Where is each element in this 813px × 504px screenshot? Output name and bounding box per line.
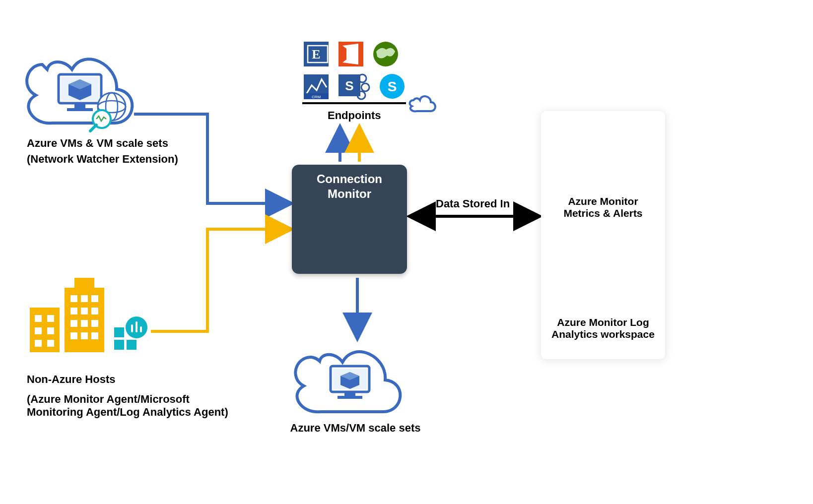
svg-point-9 [93,110,111,128]
svg-point-8 [106,93,118,121]
svg-rect-28 [91,320,98,327]
cloud-icon [410,96,435,111]
svg-rect-27 [81,320,88,327]
svg-rect-31 [91,332,98,339]
svg-marker-3 [68,79,91,89]
svg-rect-25 [91,308,98,315]
svg-rect-64 [338,396,362,399]
svg-rect-15 [47,315,54,322]
svg-point-6 [98,93,126,121]
cloud-vm-icon [295,352,400,412]
network-watcher-icon [90,93,126,131]
svg-text:S: S [388,79,397,94]
connection-monitor-box: Connection Monitor [292,165,407,274]
office-icon [339,42,363,66]
dynamics-crm-icon: CRM [304,74,329,99]
svg-rect-47 [339,74,360,96]
svg-rect-29 [70,332,77,339]
globe-icon [373,42,398,66]
svg-marker-61 [340,372,359,389]
svg-rect-63 [344,392,355,396]
svg-rect-39 [304,42,329,66]
azure-vms-bottom-label: Azure VMs/VM scale sets [281,422,430,435]
svg-line-10 [90,125,96,131]
svg-rect-23 [70,308,77,315]
data-stored-in-label: Data Stored In [436,197,510,210]
exchange-icon: E [304,42,329,66]
non-azure-label-line2: (Azure Monitor Agent/Microsoft Monitorin… [27,393,235,419]
buildings-icon [30,278,104,352]
svg-point-49 [358,74,366,82]
svg-rect-44 [304,74,329,99]
svg-text:CRM: CRM [312,95,321,99]
svg-rect-4 [74,103,85,108]
svg-rect-60 [333,369,367,389]
sharepoint-icon: S [339,74,369,99]
svg-point-35 [126,316,147,338]
svg-text:S: S [345,78,353,93]
cloud-vm-icon [27,59,132,123]
svg-point-51 [357,91,365,99]
svg-rect-42 [339,42,363,66]
svg-rect-16 [35,327,42,334]
svg-rect-26 [70,320,77,327]
metrics-alerts-line2: Metrics & Alerts [563,207,642,219]
right-storage-panel: Azure Monitor Metrics & Alerts Azure Mon… [541,111,665,359]
svg-point-52 [380,74,405,99]
svg-text:E: E [312,47,320,62]
svg-rect-59 [331,366,369,392]
svg-rect-32 [114,327,124,337]
svg-rect-40 [308,46,328,63]
connection-monitor-line1: Connection [317,172,382,186]
azure-vms-top-label-line1: Azure VMs & VM scale sets [27,137,168,150]
azure-vms-top-label-line2: (Network Watcher Extension) [27,153,178,166]
svg-rect-30 [81,332,88,339]
log-analytics-line2: Analytics workspace [551,328,655,340]
non-azure-label-line1: Non-Azure Hosts [27,373,115,386]
svg-rect-12 [65,288,104,352]
svg-point-50 [361,83,369,91]
svg-rect-17 [47,327,54,334]
skype-icon: S [380,74,405,99]
svg-rect-34 [127,340,136,350]
svg-rect-14 [35,315,42,322]
svg-rect-11 [30,308,60,352]
svg-point-7 [98,101,126,113]
svg-rect-20 [70,295,77,302]
svg-rect-22 [91,295,98,302]
log-analytics-line1: Azure Monitor Log [557,316,649,328]
svg-rect-13 [74,278,94,288]
svg-rect-18 [35,340,42,347]
svg-rect-0 [59,74,101,103]
metrics-alerts-line1: Azure Monitor [568,195,638,207]
svg-marker-2 [68,79,91,100]
svg-rect-21 [81,295,88,302]
endpoints-label: Endpoints [328,109,381,122]
connection-monitor-line2: Monitor [328,187,371,200]
svg-rect-5 [67,108,93,111]
svg-rect-19 [47,340,54,347]
svg-marker-62 [340,372,359,380]
svg-rect-45 [304,93,329,99]
svg-point-43 [373,42,398,66]
svg-rect-33 [114,340,124,350]
svg-rect-24 [81,308,88,315]
svg-rect-1 [61,77,99,101]
log-analytics-icon [114,316,147,350]
